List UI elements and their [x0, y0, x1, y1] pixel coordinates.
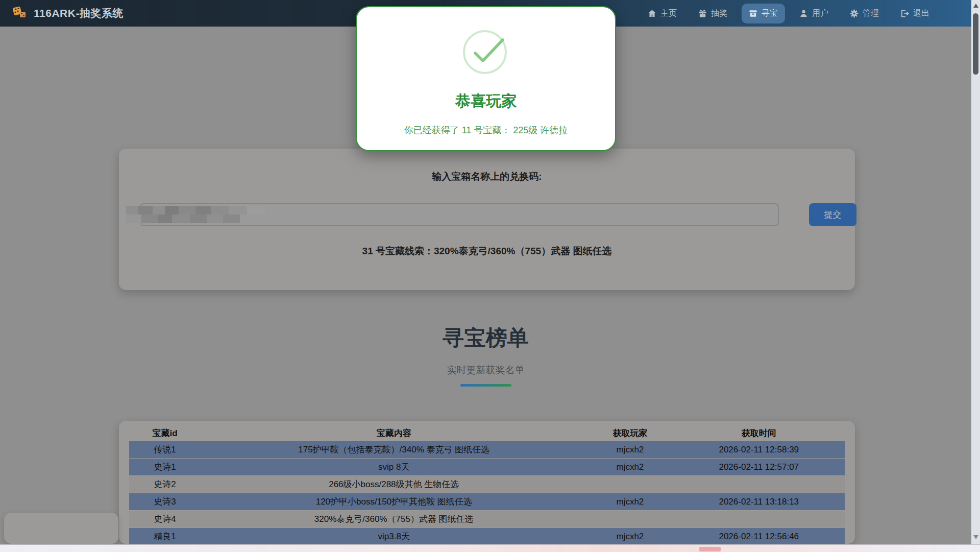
cell-content: 320%泰克弓/360%（755）武器 图纸任选: [201, 511, 587, 527]
table-row: 史诗3120护甲小boss/150护甲其他鞍 图纸任选mjcxh22026-02…: [129, 493, 845, 510]
redeem-card: 输入宝箱名称上的兑换码: 提交 31 号宝藏线索：320%泰克弓/360%（75…: [119, 149, 855, 290]
table-header-row: 宝藏id 宝藏内容 获取玩家 获取时间: [129, 425, 845, 441]
gift-icon: [698, 9, 707, 18]
cell-time: 2026-02-11 12:57:07: [673, 459, 845, 475]
cell-player: [587, 476, 673, 493]
treasure-icon: [749, 9, 757, 18]
scroll-up-arrow-icon[interactable]: [973, 4, 978, 8]
submit-button[interactable]: 提交: [809, 203, 856, 226]
vertical-scrollbar[interactable]: [971, 0, 980, 544]
nav-item-label: 抽奖: [711, 8, 727, 19]
title-divider: [460, 384, 511, 387]
cell-content: 120护甲小boss/150护甲其他鞍 图纸任选: [201, 493, 587, 510]
bottom-left-panel: [4, 513, 118, 544]
cell-id: 史诗3: [129, 493, 201, 510]
nav-item-users[interactable]: 用户: [792, 4, 836, 23]
treasure-clue: 31 号宝藏线索：320%泰克弓/360%（755）武器 图纸任选: [119, 245, 855, 258]
leaderboard-title: 寻宝榜单: [0, 324, 971, 352]
nav-menu: 主页 抽奖: [641, 4, 937, 23]
cell-content: 175护甲鞍（包括泰克鞍）/340% 泰克弓 图纸任选: [201, 441, 587, 458]
column-header-player: 获取玩家: [587, 425, 673, 441]
cell-time: 2026-02-11 13:18:13: [673, 493, 845, 510]
brand: 116ARK-抽奖系统: [11, 5, 124, 21]
cell-player: mjcxh2: [587, 528, 673, 544]
app-title: 116ARK-抽奖系统: [34, 6, 124, 20]
dice-logo-icon: [11, 5, 28, 21]
table-row: 精良1vip3.8天mjcxh22026-02-11 12:56:46: [129, 528, 845, 544]
cell-id: 史诗1: [129, 459, 201, 475]
nav-item-label: 用户: [812, 8, 828, 19]
cell-time: [673, 476, 845, 493]
home-icon: [648, 9, 656, 18]
cell-id: 史诗2: [129, 476, 201, 493]
table-row: 史诗4320%泰克弓/360%（755）武器 图纸任选: [129, 511, 845, 527]
success-modal: 恭喜玩家 你已经获得了 11 号宝藏： 225级 许德拉: [356, 6, 616, 151]
cell-id: 传说1: [129, 441, 201, 458]
leaderboard-card: 宝藏id 宝藏内容 获取玩家 获取时间 传说1175护甲鞍（包括泰克鞍）/340…: [119, 421, 855, 544]
column-header-time: 获取时间: [673, 425, 845, 441]
nav-item-logout[interactable]: 退出: [893, 4, 937, 23]
table-row: 传说1175护甲鞍（包括泰克鞍）/340% 泰克弓 图纸任选mjcxh22026…: [129, 441, 845, 458]
cell-player: mjcxh2: [587, 441, 673, 458]
nav-item-treasure[interactable]: 寻宝: [742, 4, 785, 23]
cell-player: [587, 511, 673, 527]
success-check-icon: [357, 29, 615, 78]
cell-content: vip3.8天: [201, 528, 587, 544]
cell-player: mjcxh2: [587, 493, 673, 510]
cell-time: 2026-02-11 12:56:46: [673, 528, 845, 544]
leaderboard-subtitle: 实时更新获奖名单: [0, 364, 971, 377]
screen: 116ARK-抽奖系统 主页: [0, 0, 980, 552]
nav-item-label: 寻宝: [762, 8, 778, 19]
cell-id: 史诗4: [129, 511, 201, 527]
nav-item-label: 管理: [863, 8, 879, 19]
cell-content: svip 8天: [201, 459, 587, 475]
redeem-label: 输入宝箱名称上的兑换码:: [119, 170, 855, 183]
gear-icon: [850, 9, 859, 18]
user-icon: [799, 9, 808, 18]
nav-item-label: 退出: [913, 8, 929, 19]
scroll-down-arrow-icon[interactable]: [973, 535, 978, 539]
nav-item-admin[interactable]: 管理: [843, 4, 886, 23]
column-header-id: 宝藏id: [129, 425, 201, 441]
nav-item-label: 主页: [660, 8, 677, 19]
redacted-code-blur: [126, 206, 265, 223]
cell-time: [673, 511, 845, 527]
cell-content: 266级小boss/288级其他 生物任选: [201, 476, 587, 493]
modal-message: 你已经获得了 11 号宝藏： 225级 许德拉: [357, 124, 615, 136]
column-header-content: 宝藏内容: [201, 425, 587, 441]
cell-time: 2026-02-11 12:58:39: [673, 441, 845, 458]
table-row: 史诗1svip 8天mjcxh22026-02-11 12:57:07: [129, 459, 845, 475]
leaderboard-table: 宝藏id 宝藏内容 获取玩家 获取时间 传说1175护甲鞍（包括泰克鞍）/340…: [129, 425, 845, 544]
logout-icon: [900, 9, 909, 18]
strip-chip: [699, 547, 721, 551]
nav-item-home[interactable]: 主页: [641, 4, 684, 23]
scrollbar-thumb[interactable]: [973, 13, 978, 75]
table-row: 史诗2266级小boss/288级其他 生物任选: [129, 476, 845, 493]
cell-player: mjcxh2: [587, 459, 673, 475]
cell-id: 精良1: [129, 528, 201, 544]
bottom-window-strip: [0, 544, 980, 552]
nav-item-lottery[interactable]: 抽奖: [691, 4, 734, 23]
modal-title: 恭喜玩家: [357, 91, 615, 112]
